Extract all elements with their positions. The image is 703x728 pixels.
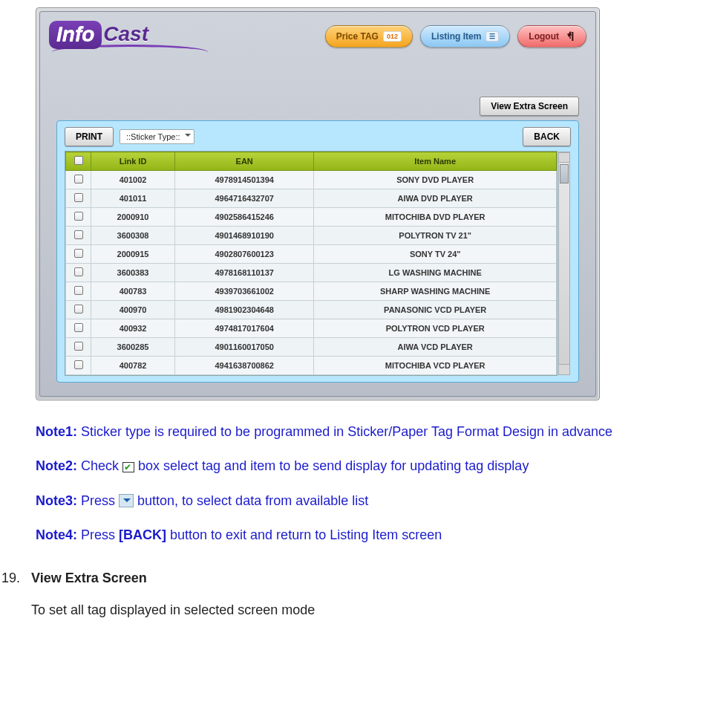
cell-item-name: MITOCHIBA DVD PLAYER [314, 208, 557, 227]
checkbox-icon[interactable] [74, 305, 83, 313]
section-body: To set all tag displayed in selected scr… [31, 602, 703, 618]
note-4-back: [BACK] [119, 527, 166, 542]
cell-item-name: POLYTRON VCD PLAYER [314, 319, 557, 338]
view-extra-screen-button[interactable]: View Extra Screen [480, 97, 579, 116]
svg-rect-0 [572, 32, 573, 41]
table-row: 20009104902586415246MITOCHIBA DVD PLAYER [66, 208, 557, 227]
section-19: 19. View Extra Screen To set all tag dis… [1, 571, 703, 618]
row-checkbox-cell[interactable] [66, 357, 91, 375]
cell-ean: 4901160017050 [175, 338, 314, 357]
col-link-id: Link ID [91, 152, 175, 171]
note-3: Note3: Press button, to select data from… [36, 492, 667, 510]
checkbox-icon[interactable] [74, 323, 83, 332]
back-button[interactable]: BACK [523, 127, 571, 146]
note-2-before: Check [77, 458, 122, 473]
table-row: 4007834939703661002SHARP WASHING MACHINE [66, 282, 557, 301]
checkbox-icon[interactable] [74, 193, 83, 202]
cell-link-id: 400932 [91, 319, 175, 338]
cell-ean: 4902807600123 [175, 245, 314, 264]
exit-run-icon [563, 30, 575, 42]
row-checkbox-cell[interactable] [66, 338, 91, 357]
print-button[interactable]: PRINT [65, 127, 114, 146]
row-checkbox-cell[interactable] [66, 319, 91, 338]
top-toolbar: InfoCast Price TAG 012 Listing Item ☰ Lo… [49, 21, 586, 52]
app-window: InfoCast Price TAG 012 Listing Item ☰ Lo… [36, 7, 600, 400]
extra-screen-row: View Extra Screen [49, 97, 579, 116]
listing-item-icon: ☰ [485, 31, 499, 42]
cell-link-id: 400783 [91, 282, 175, 301]
table-row: 36003084901468910190POLYTRON TV 21" [66, 227, 557, 245]
col-item-name: Item Name [314, 152, 557, 171]
section-title: View Extra Screen [31, 571, 147, 586]
cell-item-name: AIWA VCD PLAYER [314, 338, 557, 357]
cell-ean: 4901468910190 [175, 227, 314, 245]
note-2: Note2: Check box select tag and item to … [36, 457, 667, 475]
checkbox-icon[interactable] [74, 267, 83, 276]
row-checkbox-cell[interactable] [66, 227, 91, 245]
row-checkbox-cell[interactable] [66, 264, 91, 282]
cell-link-id: 3600383 [91, 264, 175, 282]
logout-label: Logout [529, 31, 559, 42]
cell-ean: 4974817017604 [175, 319, 314, 338]
note-4: Note4: Press [BACK] button to exit and r… [36, 526, 667, 544]
table-row: 4010114964716432707AIWA DVD PLAYER [66, 189, 557, 208]
price-tag-label: Price TAG [336, 31, 379, 42]
checkbox-icon[interactable] [74, 342, 83, 351]
price-tag-button[interactable]: Price TAG 012 [325, 25, 413, 48]
logo-part1: Info [49, 21, 102, 49]
checkbox-inline-icon [122, 462, 134, 472]
table-row: 4009704981902304648PANASONIC VCD PLAYER [66, 301, 557, 319]
cell-link-id: 400970 [91, 301, 175, 319]
note-1-label: Note1: [36, 424, 77, 439]
cell-item-name: SONY DVD PLAYER [314, 171, 557, 189]
row-checkbox-cell[interactable] [66, 245, 91, 264]
checkbox-icon[interactable] [74, 249, 83, 258]
scroll-down-icon[interactable] [559, 364, 569, 374]
cell-item-name: PANASONIC VCD PLAYER [314, 301, 557, 319]
listing-item-button[interactable]: Listing Item ☰ [420, 25, 510, 48]
logout-button[interactable]: Logout [517, 25, 586, 48]
logo: InfoCast [49, 21, 208, 49]
notes-block: Note1: Sticker type is required to be pr… [36, 423, 667, 544]
scrollbar[interactable] [558, 152, 570, 375]
note-3-label: Note3: [36, 493, 77, 508]
scroll-thumb[interactable] [560, 164, 569, 183]
section-number: 19. [1, 571, 31, 586]
table-row: 36003834978168110137LG WASHING MACHINE [66, 264, 557, 282]
table-row: 4010024978914501394SONY DVD PLAYER [66, 171, 557, 189]
cell-ean: 4978914501394 [175, 171, 314, 189]
table-row: 36002854901160017050AIWA VCD PLAYER [66, 338, 557, 357]
row-checkbox-cell[interactable] [66, 171, 91, 189]
col-ean: EAN [175, 152, 314, 171]
cell-item-name: MITOCHIBA VCD PLAYER [314, 357, 557, 375]
checkbox-icon[interactable] [74, 286, 83, 295]
note-4-label: Note4: [36, 527, 77, 542]
row-checkbox-cell[interactable] [66, 189, 91, 208]
checkbox-icon[interactable] [74, 156, 83, 165]
items-table: Link ID EAN Item Name 401002497891450139… [65, 152, 557, 375]
sticker-type-select[interactable]: ::Sticker Type:: [120, 129, 194, 144]
scroll-up-icon[interactable] [559, 152, 569, 163]
checkbox-icon[interactable] [74, 360, 83, 369]
price-tag-badge: 012 [383, 31, 402, 42]
cell-item-name: POLYTRON TV 21" [314, 227, 557, 245]
checkbox-icon[interactable] [74, 212, 83, 221]
cell-link-id: 3600308 [91, 227, 175, 245]
listing-item-label: Listing Item [431, 31, 481, 42]
table-row: 20009154902807600123SONY TV 24" [66, 245, 557, 264]
note-3-before: Press [77, 493, 119, 508]
cell-ean: 4939703661002 [175, 282, 314, 301]
checkbox-icon[interactable] [74, 230, 83, 239]
row-checkbox-cell[interactable] [66, 301, 91, 319]
table-row: 4009324974817017604POLYTRON VCD PLAYER [66, 319, 557, 338]
cell-ean: 4964716432707 [175, 189, 314, 208]
cell-link-id: 3600285 [91, 338, 175, 357]
dropdown-inline-icon [119, 494, 134, 507]
cell-link-id: 401011 [91, 189, 175, 208]
row-checkbox-cell[interactable] [66, 208, 91, 227]
checkbox-icon[interactable] [74, 175, 83, 183]
row-checkbox-cell[interactable] [66, 282, 91, 301]
items-table-wrap: Link ID EAN Item Name 401002497891450139… [65, 151, 558, 376]
col-checkbox[interactable] [66, 152, 91, 171]
cell-link-id: 401002 [91, 171, 175, 189]
